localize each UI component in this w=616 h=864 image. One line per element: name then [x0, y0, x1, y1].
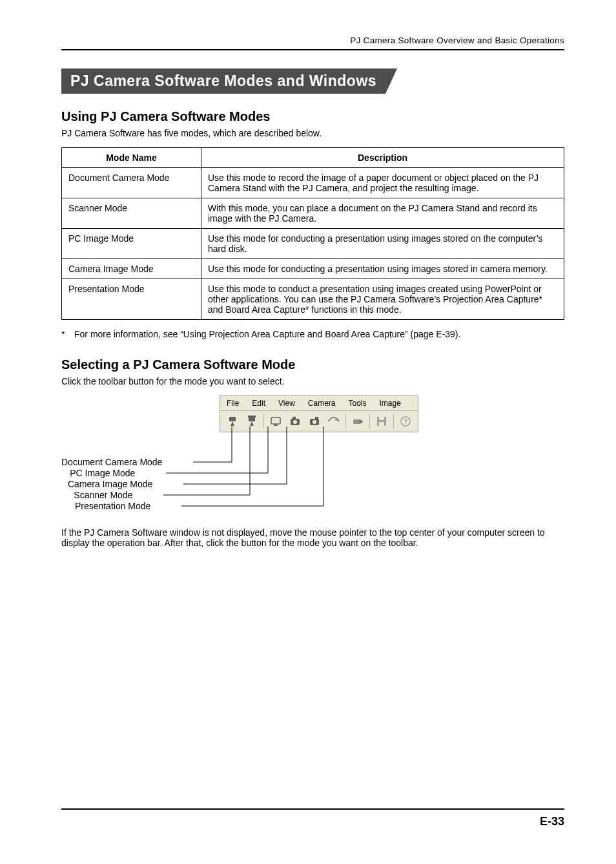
- mode-desc: With this mode, you can place a document…: [201, 198, 564, 229]
- mode-name: Camera Image Mode: [62, 259, 201, 279]
- page-title: PJ Camera Software Modes and Windows: [61, 68, 385, 94]
- after-illustration-text: If the PJ Camera Software window is not …: [61, 527, 564, 548]
- subheading-using-modes: Using PJ Camera Software Modes: [61, 109, 564, 124]
- label-document-camera-mode: Document Camera Mode: [61, 457, 165, 468]
- mode-desc: Use this mode to conduct a presentation …: [201, 279, 564, 320]
- table-row: Scanner Mode With this mode, you can pla…: [62, 198, 564, 229]
- mode-name: Scanner Mode: [62, 198, 201, 229]
- th-desc: Description: [201, 148, 564, 168]
- table-row: Presentation Mode Use this mode to condu…: [62, 279, 564, 320]
- mode-name: Presentation Mode: [62, 279, 201, 320]
- section-title-bar: PJ Camera Software Modes and Windows: [61, 68, 564, 94]
- label-camera-image-mode: Camera Image Mode: [61, 479, 165, 490]
- intro-using-modes: PJ Camera Software has five modes, which…: [61, 128, 564, 138]
- mode-desc: Use this mode to record the image of a p…: [201, 168, 564, 198]
- title-notch: [385, 68, 397, 94]
- mode-desc: Use this mode for conducting a presentat…: [201, 229, 564, 259]
- page-footer: E-33: [61, 808, 564, 828]
- label-pc-image-mode: PC Image Mode: [61, 468, 165, 479]
- footer-rule: [61, 808, 564, 810]
- table-row: PC Image Mode Use this mode for conducti…: [62, 229, 564, 259]
- toolbar-illustration: File Edit View Camera Tools Image: [61, 395, 564, 512]
- subheading-selecting-mode: Selecting a PJ Camera Software Mode: [61, 357, 564, 372]
- breadcrumb: PJ Camera Software Overview and Basic Op…: [61, 36, 564, 50]
- footnote-text: For more information, see “Using Project…: [74, 329, 460, 339]
- mode-desc: Use this mode for conducting a presentat…: [201, 259, 564, 279]
- page-number: E-33: [61, 815, 564, 828]
- modes-table: Mode Name Description Document Camera Mo…: [61, 147, 564, 320]
- intro-selecting-mode: Click the toolbar button for the mode yo…: [61, 376, 564, 386]
- table-header-row: Mode Name Description: [62, 148, 564, 168]
- mode-name: PC Image Mode: [62, 229, 201, 259]
- footnote-star: *: [61, 329, 69, 339]
- table-row: Document Camera Mode Use this mode to re…: [62, 168, 564, 198]
- breadcrumb-text: PJ Camera Software Overview and Basic Op…: [350, 36, 564, 45]
- footnote: * For more information, see “Using Proje…: [61, 329, 564, 339]
- toolbar-callout-labels: Document Camera Mode PC Image Mode Camer…: [61, 457, 165, 512]
- label-scanner-mode: Scanner Mode: [61, 490, 165, 501]
- th-mode: Mode Name: [62, 148, 201, 168]
- label-presentation-mode: Presentation Mode: [61, 501, 165, 512]
- mode-name: Document Camera Mode: [62, 168, 201, 198]
- table-row: Camera Image Mode Use this mode for cond…: [62, 259, 564, 279]
